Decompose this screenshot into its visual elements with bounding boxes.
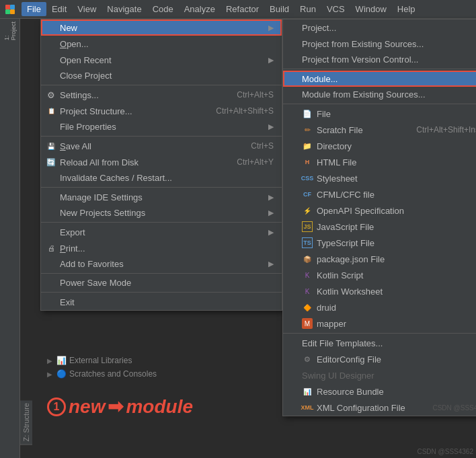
open-recent-label: Open Recent — [60, 55, 112, 65]
annotation-module-text: module — [126, 396, 193, 418]
menu-item-close-project[interactable]: Close Project — [41, 68, 282, 85]
structure-tab[interactable]: Z: Structure — [20, 400, 32, 445]
add-favorites-label: Add to Favorites — [60, 259, 124, 269]
kotlin-script-icon: K — [302, 270, 313, 280]
submenu-directory[interactable]: 📁 Directory — [283, 138, 476, 154]
menu-item-project-structure[interactable]: 📋 Project Structure... Ctrl+Alt+Shift+S — [41, 103, 282, 119]
menu-item-file-properties[interactable]: File Properties ▶ — [41, 119, 282, 137]
export-arrow: ▶ — [268, 228, 274, 237]
editorconfig-label: EditorConfig File — [317, 354, 381, 365]
menu-build[interactable]: Build — [264, 2, 294, 16]
submenu-ts-file[interactable]: TS TypeScript File — [283, 235, 476, 251]
sidebar-project-icon[interactable]: 1: Project — [1, 22, 19, 40]
menu-item-new-projects[interactable]: New Projects Settings ▶ — [41, 205, 282, 223]
open-recent-arrow: ▶ — [268, 56, 274, 65]
menu-file[interactable]: File — [22, 2, 46, 16]
menu-item-new[interactable]: New ▶ — [41, 20, 282, 36]
menu-window[interactable]: Window — [350, 2, 392, 16]
submenu-project-vcs[interactable]: Project from Version Control... — [283, 52, 476, 69]
menu-item-settings[interactable]: ⚙ Settings... Ctrl+Alt+S — [41, 87, 282, 103]
xml-config-label: XML Configuration File — [317, 403, 405, 413]
submenu-module[interactable]: Module... — [283, 71, 476, 87]
menu-help[interactable]: Help — [392, 2, 421, 16]
menu-refactor[interactable]: Refactor — [221, 2, 264, 16]
scratch-file-shortcut: Ctrl+Alt+Shift+Insert — [416, 125, 476, 135]
structure-label: Z: Structure — [22, 403, 30, 441]
druid-label: druid — [317, 303, 336, 313]
scratch-file-icon: ✏ — [302, 124, 313, 135]
mapper-label: mapper — [317, 319, 346, 329]
menu-item-add-favorites[interactable]: Add to Favorites ▶ — [41, 256, 282, 274]
invalidate-label: Invalidate Caches / Restart... — [60, 173, 172, 183]
druid-icon: 🔶 — [302, 302, 313, 313]
ts-file-label: TypeScript File — [317, 238, 374, 248]
menu-item-manage-ide[interactable]: Manage IDE Settings ▶ — [41, 189, 282, 205]
annotation-circle: 1 — [47, 397, 66, 416]
svg-rect-0 — [5, 5, 10, 9]
menu-item-export[interactable]: Export ▶ — [41, 224, 282, 240]
save-all-label: Save All — [60, 141, 91, 151]
ts-file-icon: TS — [302, 237, 313, 248]
menu-view[interactable]: View — [72, 2, 102, 16]
file-menu: New ▶ Open... Open Recent ▶ Close Projec… — [40, 19, 282, 311]
menu-run[interactable]: Run — [294, 2, 321, 16]
submenu-cfml[interactable]: CF CFML/CFC file — [283, 186, 476, 202]
submenu-mapper[interactable]: M mapper — [283, 315, 476, 332]
project-structure-label: Project Structure... — [60, 106, 132, 116]
menu-item-open[interactable]: Open... — [41, 36, 282, 52]
print-label: Print... — [60, 243, 85, 254]
scratches-item[interactable]: ▶ 🔵 Scratches and Consoles — [47, 367, 195, 381]
menu-navigate[interactable]: Navigate — [102, 2, 147, 16]
menu-item-exit[interactable]: Exit — [41, 294, 282, 310]
submenu-module-existing[interactable]: Module from Existing Sources... — [283, 87, 476, 104]
project-structure-shortcut: Ctrl+Alt+Shift+S — [216, 106, 274, 116]
menu-item-print[interactable]: 🖨 Print... — [41, 240, 282, 256]
new-projects-icon — [45, 207, 57, 219]
submenu-druid[interactable]: 🔶 druid — [283, 299, 476, 315]
main-layout: 1: Project New ▶ Open... Open Recent — [0, 19, 476, 458]
menu-item-open-recent[interactable]: Open Recent ▶ — [41, 52, 282, 68]
submenu-resource-bundle[interactable]: 📊 Resource Bundle — [283, 383, 476, 399]
submenu-xml-config[interactable]: XML XML Configuration File CSDN @SSS4362 — [283, 399, 476, 416]
new-projects-label: New Projects Settings — [60, 208, 145, 218]
submenu-package-json[interactable]: 📦 package.json File — [283, 251, 476, 267]
sidebar: 1: Project — [0, 19, 20, 458]
submenu-html-file[interactable]: H HTML File — [283, 154, 476, 170]
submenu-project[interactable]: Project... — [283, 20, 476, 36]
submenu-kotlin-script[interactable]: K Kotlin Script — [283, 267, 476, 283]
project-existing-label: Project from Existing Sources... — [302, 39, 424, 49]
annotation: 1 new ➡ module — [47, 395, 193, 418]
menu-analyze[interactable]: Analyze — [179, 2, 221, 16]
invalidate-icon — [45, 172, 57, 184]
menu-vcs[interactable]: VCS — [321, 2, 350, 16]
submenu-kotlin-worksheet[interactable]: K Kotlin Worksheet — [283, 283, 476, 299]
menu-item-reload-disk[interactable]: 🔄 Reload All from Disk Ctrl+Alt+Y — [41, 154, 282, 170]
external-libraries-section: ▶ 📊 External Libraries ▶ 🔵 Scratches and… — [47, 354, 195, 381]
submenu-project-existing[interactable]: Project from Existing Sources... — [283, 36, 476, 52]
directory-icon: 📁 — [302, 141, 313, 151]
submenu-edit-templates[interactable]: Edit File Templates... — [283, 335, 476, 351]
package-json-icon: 📦 — [302, 254, 313, 264]
submenu-scratch-file[interactable]: ✏ Scratch File Ctrl+Alt+Shift+Insert — [283, 122, 476, 138]
menu-item-invalidate[interactable]: Invalidate Caches / Restart... — [41, 170, 282, 188]
menu-item-power-save[interactable]: Power Save Mode — [41, 275, 282, 293]
html-file-icon: H — [302, 157, 313, 167]
submenu-stylesheet[interactable]: CSS Stylesheet — [283, 170, 476, 186]
resource-bundle-label: Resource Bundle — [317, 387, 384, 397]
power-save-label: Power Save Mode — [60, 278, 131, 288]
submenu-file[interactable]: 📄 File — [283, 106, 476, 122]
submenu-openapi[interactable]: ⚡ OpenAPI Specification — [283, 202, 476, 219]
new-label: New — [60, 23, 77, 33]
content-area: New ▶ Open... Open Recent ▶ Close Projec… — [20, 19, 476, 458]
external-libraries-item[interactable]: ▶ 📊 External Libraries — [47, 354, 195, 367]
print-icon: 🖨 — [45, 242, 57, 254]
menu-item-save-all[interactable]: 💾 Save All Ctrl+S — [41, 138, 282, 154]
project-label: Project... — [302, 23, 336, 33]
menu-code[interactable]: Code — [147, 2, 179, 16]
submenu-js-file[interactable]: JS JavaScript File — [283, 219, 476, 235]
cfml-icon: CF — [302, 189, 313, 200]
menu-edit[interactable]: Edit — [46, 2, 72, 16]
submenu-swing-ui[interactable]: Swing UI Designer ▶ — [283, 367, 476, 383]
close-project-icon — [45, 70, 57, 82]
submenu-editorconfig[interactable]: ⚙ EditorConfig File — [283, 351, 476, 367]
